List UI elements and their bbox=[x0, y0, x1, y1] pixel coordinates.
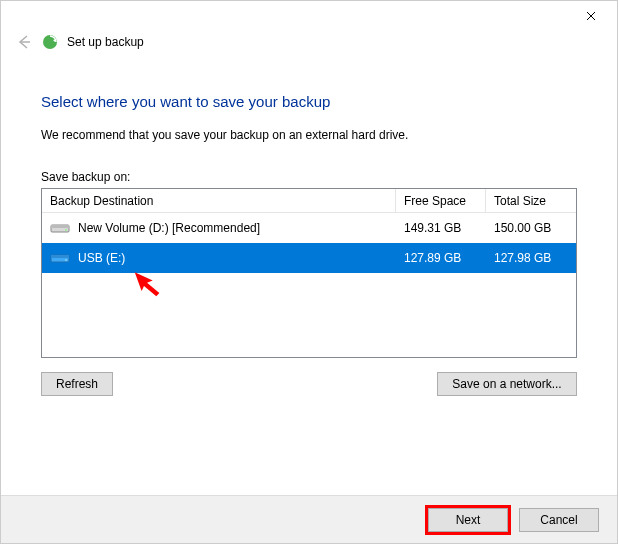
next-button[interactable]: Next bbox=[428, 508, 508, 532]
table-row[interactable]: New Volume (D:) [Recommended] 149.31 GB … bbox=[42, 213, 576, 243]
drive-name: New Volume (D:) [Recommended] bbox=[78, 221, 260, 235]
col-total-size[interactable]: Total Size bbox=[486, 189, 576, 212]
save-on-network-button[interactable]: Save on a network... bbox=[437, 372, 577, 396]
table-row[interactable]: USB (E:) 127.89 GB 127.98 GB bbox=[42, 243, 576, 273]
close-button[interactable] bbox=[571, 2, 611, 30]
close-icon bbox=[586, 11, 596, 21]
free-space-value: 127.89 GB bbox=[396, 251, 486, 265]
page-heading: Select where you want to save your backu… bbox=[41, 93, 577, 110]
back-arrow-icon bbox=[15, 33, 33, 51]
next-highlight: Next bbox=[425, 505, 511, 535]
content-area: Select where you want to save your backu… bbox=[1, 51, 617, 396]
refresh-button[interactable]: Refresh bbox=[41, 372, 113, 396]
free-space-value: 149.31 GB bbox=[396, 221, 486, 235]
total-size-value: 150.00 GB bbox=[486, 221, 576, 235]
destination-table: Backup Destination Free Space Total Size… bbox=[41, 188, 577, 358]
wizard-title: Set up backup bbox=[67, 35, 144, 49]
col-free-space[interactable]: Free Space bbox=[396, 189, 486, 212]
svg-rect-7 bbox=[51, 255, 69, 258]
back-button[interactable] bbox=[15, 33, 33, 51]
total-size-value: 127.98 GB bbox=[486, 251, 576, 265]
svg-point-1 bbox=[43, 35, 57, 49]
mid-button-row: Refresh Save on a network... bbox=[41, 372, 577, 396]
save-backup-label: Save backup on: bbox=[41, 170, 577, 184]
titlebar bbox=[1, 1, 617, 31]
svg-point-5 bbox=[65, 229, 67, 231]
table-header: Backup Destination Free Space Total Size bbox=[42, 189, 576, 213]
cancel-button[interactable]: Cancel bbox=[519, 508, 599, 532]
wizard-header: Set up backup bbox=[1, 31, 617, 51]
drive-name: USB (E:) bbox=[78, 251, 125, 265]
wizard-icon bbox=[41, 33, 59, 51]
recommendation-text: We recommend that you save your backup o… bbox=[41, 128, 577, 142]
footer: Next Cancel bbox=[1, 495, 617, 543]
usb-drive-icon bbox=[50, 251, 70, 265]
hdd-icon bbox=[50, 221, 70, 235]
col-destination[interactable]: Backup Destination bbox=[42, 189, 396, 212]
svg-point-8 bbox=[65, 259, 67, 261]
svg-rect-4 bbox=[51, 225, 69, 228]
